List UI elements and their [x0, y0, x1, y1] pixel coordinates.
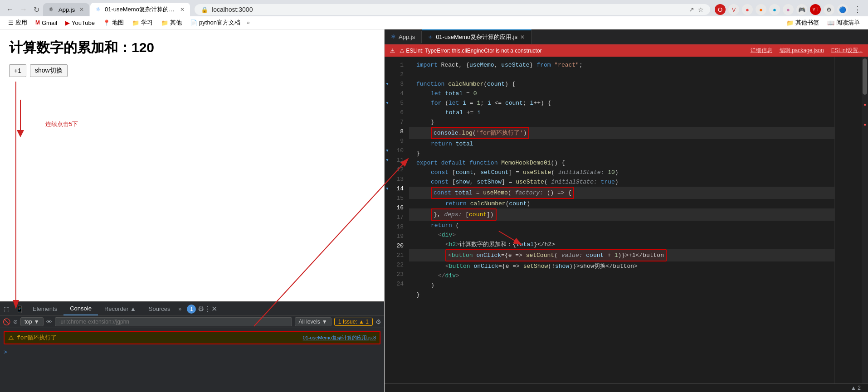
- browser-menu-button[interactable]: ⋮: [851, 4, 864, 15]
- vscode-tab-memo[interactable]: ⚛ 01-useMemo复杂计算的应用.js ✕: [422, 29, 532, 44]
- vscode-tab-app-js[interactable]: ⚛ App.js: [385, 31, 422, 43]
- line-num-19[interactable]: 19: [393, 232, 409, 241]
- devtools-tab-recorder[interactable]: Recorder ▲: [98, 303, 142, 315]
- ext-icon-10[interactable]: 🔵: [837, 4, 848, 15]
- line-num-10[interactable]: 10: [393, 146, 409, 155]
- reading-list-label: 阅读清单: [836, 19, 860, 27]
- python-label: python官方文档: [199, 19, 240, 27]
- ext-vivaldi-icon[interactable]: V: [728, 4, 739, 15]
- line-num-15[interactable]: 15: [393, 194, 409, 203]
- tab-memo[interactable]: ⚛ 01-useMemo复杂计算的应用.js ✕: [90, 3, 190, 16]
- console-clear-button[interactable]: 🚫: [3, 318, 10, 325]
- bookmark-youtube[interactable]: ▶ YouTube: [62, 19, 98, 27]
- line-num-16[interactable]: 16: [393, 203, 409, 213]
- tab-app-js-close[interactable]: ✕: [79, 6, 84, 13]
- bookmark-gmail[interactable]: M Gmail: [32, 19, 61, 27]
- more-bookmarks[interactable]: »: [245, 19, 252, 26]
- line-num-6[interactable]: 6: [393, 108, 409, 117]
- scrollbar-thumb[interactable]: [863, 58, 867, 95]
- browser-page: 计算数字的累加和：120 +1 show切换 连续点击5下: [0, 29, 384, 301]
- line-num-9[interactable]: 9: [393, 136, 409, 146]
- devtools-more-button[interactable]: ⋮: [204, 305, 211, 313]
- show-toggle-button[interactable]: show切换: [30, 64, 68, 77]
- memo-tab-close-icon[interactable]: ✕: [520, 34, 525, 40]
- tab-app-js[interactable]: ⚛ App.js ✕: [43, 3, 89, 16]
- console-settings-icon[interactable]: ⚙: [375, 318, 381, 325]
- line-num-20[interactable]: 20: [393, 241, 409, 251]
- bookmark-apps[interactable]: ☰ 应用: [5, 18, 31, 28]
- ext-icon-5[interactable]: ●: [769, 4, 780, 15]
- study-icon: 📁: [132, 19, 139, 26]
- devtools-settings-button[interactable]: ⚙: [198, 305, 204, 313]
- bookmark-other-bookmarks[interactable]: 📁 其他书签: [783, 18, 823, 28]
- code-line-1: import React, {useMemo, useState} from "…: [409, 60, 834, 70]
- code-line-3: function calcNumber(count) {: [409, 79, 834, 89]
- forward-button[interactable]: →: [17, 4, 30, 15]
- console-log-entry-inner: ⚠ for循环执行了 01-useMemo复杂计算的应用.js:8: [8, 334, 376, 342]
- ext-opera-icon[interactable]: O: [715, 4, 726, 15]
- console-log-entry: ⚠ for循环执行了 01-useMemo复杂计算的应用.js:8: [4, 331, 380, 344]
- minimap: [834, 57, 862, 383]
- code-line-19: <h2>计算数字的累加和：{total}</h2>: [409, 240, 834, 249]
- devtools-tab-elements[interactable]: Elements: [26, 303, 63, 315]
- eslint-detail-link[interactable]: 详细信息: [751, 47, 772, 54]
- console-filter-button[interactable]: ⊘: [13, 319, 18, 325]
- ext-icon-9[interactable]: ⚙: [824, 4, 834, 15]
- gutter-9: [385, 136, 393, 146]
- line-num-23[interactable]: 23: [393, 270, 409, 279]
- devtools-device-button[interactable]: 📱: [13, 304, 26, 315]
- console-eye-button[interactable]: 👁: [46, 319, 52, 325]
- bookmark-icon[interactable]: ☆: [698, 6, 704, 13]
- line-num-13[interactable]: 13: [393, 174, 409, 184]
- line-num-4[interactable]: 4: [393, 89, 409, 98]
- devtools-close-button[interactable]: ✕: [211, 305, 217, 313]
- line-num-2[interactable]: 2: [393, 70, 409, 79]
- line-num-22[interactable]: 22: [393, 260, 409, 270]
- line-num-8[interactable]: 8: [393, 127, 409, 136]
- bookmark-python[interactable]: 📄 python官方文档: [186, 18, 244, 28]
- devtools-inspect-button[interactable]: ⬚: [0, 304, 13, 315]
- line-num-21[interactable]: 21: [393, 251, 409, 260]
- console-log-source[interactable]: 01-useMemo复杂计算的应用.js:8: [303, 334, 376, 341]
- bookmark-study[interactable]: 📁 学习: [128, 18, 156, 28]
- eslint-package-link[interactable]: 编辑 package.json: [780, 47, 824, 54]
- ext-icon-7[interactable]: 🎮: [796, 4, 807, 15]
- bookmark-reading-list[interactable]: 📖 阅读清单: [824, 18, 863, 28]
- devtools-tab-sources[interactable]: Sources: [142, 303, 177, 315]
- console-context-dropdown[interactable]: top ▼: [20, 317, 44, 326]
- ext-icon-8[interactable]: YT: [810, 4, 821, 15]
- code-content[interactable]: import React, {useMemo, useState} from "…: [409, 57, 834, 383]
- breakpoint-gutter: ▾ ▾ ▾ ▾ ▾: [385, 57, 393, 383]
- line-num-18[interactable]: 18: [393, 222, 409, 232]
- bookmark-maps[interactable]: 📍 地图: [99, 18, 127, 28]
- line-num-7[interactable]: 7: [393, 117, 409, 127]
- console-filter-input-container[interactable]: [55, 317, 292, 326]
- line-num-11[interactable]: 11: [393, 155, 409, 165]
- tab-memo-close[interactable]: ✕: [180, 6, 185, 13]
- increment-button[interactable]: +1: [9, 64, 26, 77]
- devtools-tab-console[interactable]: Console: [63, 302, 98, 315]
- line-num-1[interactable]: 1: [393, 60, 409, 70]
- line-num-5[interactable]: 5: [393, 98, 409, 108]
- line-num-24[interactable]: 24: [393, 279, 409, 289]
- address-bar[interactable]: 🔒 localhost:3000 ↗ ☆: [195, 4, 710, 15]
- ext-icon-4[interactable]: ●: [756, 4, 766, 15]
- apps-icon: ☰: [8, 19, 14, 26]
- line-num-12[interactable]: 12: [393, 165, 409, 174]
- devtools-more-tabs[interactable]: »: [177, 306, 184, 312]
- gutter-10: ▾: [385, 146, 393, 155]
- console-issues-button[interactable]: 1 Issue: ▲ 1: [334, 318, 373, 326]
- line-num-14[interactable]: 14: [393, 184, 409, 194]
- bookmark-other[interactable]: 📁 其他: [157, 18, 185, 28]
- ext-icon-3[interactable]: ●: [742, 4, 753, 15]
- vscode-panel: ⚛ App.js ⚛ 01-useMemo复杂计算的应用.js ✕ ⚠ ⚠ ES…: [385, 29, 868, 392]
- back-button[interactable]: ←: [4, 4, 16, 15]
- line-num-17[interactable]: 17: [393, 213, 409, 222]
- console-level-dropdown[interactable]: All levels ▼: [295, 317, 332, 326]
- eslint-settings-link[interactable]: ESLint设置...: [831, 47, 863, 54]
- console-filter-input[interactable]: [59, 319, 288, 325]
- vertical-scrollbar[interactable]: [862, 57, 868, 383]
- line-num-3[interactable]: 3: [393, 79, 409, 89]
- reload-button[interactable]: ↻: [31, 4, 42, 16]
- ext-icon-6[interactable]: ●: [783, 4, 794, 15]
